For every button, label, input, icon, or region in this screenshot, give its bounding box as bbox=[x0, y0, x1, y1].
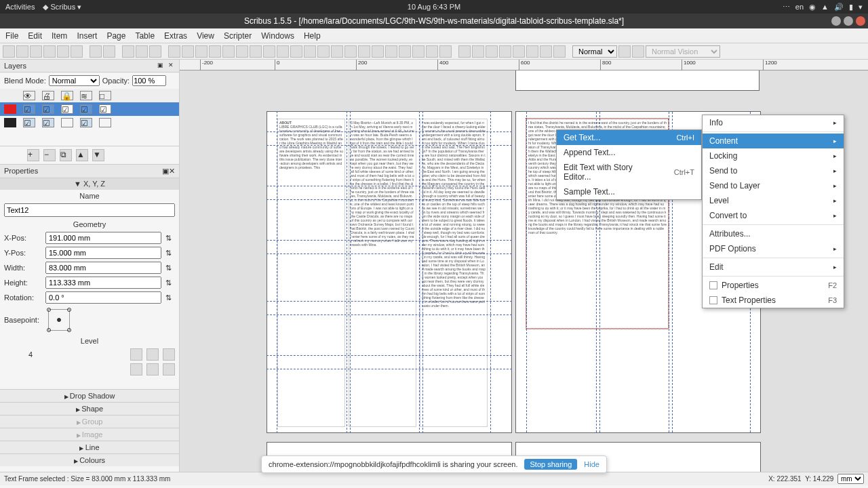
freehand-tool[interactable] bbox=[304, 45, 316, 58]
close-doc-button[interactable] bbox=[43, 45, 56, 58]
lang-indicator[interactable]: en bbox=[795, 3, 804, 12]
preview-button[interactable] bbox=[632, 45, 644, 58]
menu-file[interactable]: File bbox=[5, 31, 18, 41]
pdf-list-tool[interactable] bbox=[526, 45, 538, 58]
remove-layer-button[interactable]: − bbox=[43, 149, 56, 161]
network-icon[interactable]: ▲ bbox=[821, 3, 829, 12]
pdf-annot-tool[interactable] bbox=[540, 45, 552, 58]
story-editor-tool[interactable] bbox=[372, 45, 384, 58]
ctx-send-layer[interactable]: Send to Layer▸ bbox=[703, 178, 844, 193]
vision-mode-select[interactable]: Normal Vision bbox=[646, 45, 720, 58]
ctx-locking[interactable]: Locking▸ bbox=[703, 148, 844, 163]
level-down-button[interactable] bbox=[163, 348, 175, 361]
menu-extras[interactable]: Extras bbox=[164, 31, 187, 41]
level-bottom-button[interactable] bbox=[130, 363, 142, 375]
layers-shade-button[interactable]: ▣ bbox=[156, 62, 164, 70]
arc-tool[interactable] bbox=[250, 45, 262, 58]
ctx-pdf[interactable]: PDF Options▸ bbox=[703, 241, 844, 256]
ctx-get-text[interactable]: Get Text... Ctrl+I bbox=[557, 130, 701, 145]
layer-flow-check[interactable]: ☑ bbox=[80, 104, 92, 114]
level-top-button[interactable] bbox=[130, 348, 142, 361]
unit-select[interactable]: mm bbox=[837, 474, 864, 484]
bezier-tool[interactable] bbox=[290, 45, 302, 58]
ctx-send-to[interactable]: Send to▸ bbox=[703, 163, 844, 178]
preview-mode-select[interactable]: Normal bbox=[572, 45, 617, 58]
menu-page[interactable]: Page bbox=[106, 31, 125, 41]
new-button[interactable] bbox=[3, 45, 15, 58]
pdf-push-button[interactable] bbox=[458, 45, 471, 58]
layer2-lock-check[interactable] bbox=[61, 118, 73, 127]
close-button[interactable] bbox=[856, 16, 865, 26]
copy-props-tool[interactable] bbox=[426, 45, 438, 58]
minimize-button[interactable] bbox=[831, 16, 841, 26]
section-shape[interactable]: Shape bbox=[0, 402, 179, 415]
section-colours[interactable]: Colours bbox=[0, 453, 179, 466]
shape-tool[interactable] bbox=[236, 45, 248, 58]
layer-visible-check[interactable]: ☑ bbox=[23, 104, 35, 114]
blend-mode-select[interactable]: Normal bbox=[49, 75, 100, 86]
redo-button[interactable] bbox=[103, 45, 115, 58]
calligraphic-tool[interactable] bbox=[317, 45, 330, 58]
layer2-print-check[interactable]: ☑ bbox=[42, 118, 54, 127]
layer-print-check[interactable]: ☑ bbox=[42, 104, 54, 114]
table-tool[interactable] bbox=[222, 45, 235, 58]
layer-outline-check[interactable]: ☑ bbox=[99, 104, 111, 114]
ctx-properties[interactable]: PropertiesF2 bbox=[703, 278, 844, 293]
link-frames-tool[interactable] bbox=[385, 45, 397, 58]
ctx-level[interactable]: Level▸ bbox=[703, 193, 844, 208]
level-up-button[interactable] bbox=[146, 348, 159, 361]
pdf-check-tool[interactable] bbox=[499, 45, 511, 58]
measure-tool[interactable] bbox=[412, 45, 425, 58]
rotation-input[interactable] bbox=[45, 291, 161, 304]
layer-up-button[interactable]: ▲ bbox=[76, 149, 88, 161]
tray-menu-icon[interactable]: ⋯ bbox=[783, 3, 790, 12]
layer2-visible-check[interactable]: ☑ bbox=[23, 118, 35, 127]
stop-sharing-button[interactable]: Stop sharing bbox=[525, 459, 578, 470]
ctx-attributes[interactable]: Attributes... bbox=[703, 226, 844, 241]
layer2-flow-check[interactable]: ☑ bbox=[80, 118, 92, 127]
ctx-edit[interactable]: Edit▸ bbox=[703, 260, 844, 274]
name-input[interactable] bbox=[4, 203, 175, 217]
menu-windows[interactable]: Windows bbox=[261, 31, 294, 41]
menu-help[interactable]: Help bbox=[304, 31, 321, 41]
flip-h-button[interactable] bbox=[146, 363, 159, 375]
xpos-input[interactable] bbox=[45, 232, 161, 244]
a11y-icon[interactable]: ◉ bbox=[809, 3, 816, 12]
ctx-content[interactable]: Content▸ bbox=[703, 134, 844, 148]
menu-edit[interactable]: Edit bbox=[28, 31, 42, 41]
cut-button[interactable] bbox=[122, 45, 134, 58]
toggle-cms-button[interactable] bbox=[618, 45, 631, 58]
width-input[interactable] bbox=[45, 262, 161, 274]
rotate-tool[interactable] bbox=[331, 45, 343, 58]
text-frame-tool[interactable] bbox=[182, 45, 194, 58]
battery-icon[interactable]: ▮ bbox=[849, 3, 853, 12]
select-tool[interactable] bbox=[168, 45, 180, 58]
dup-layer-button[interactable]: ⧉ bbox=[60, 149, 72, 161]
image-frame-tool[interactable] bbox=[195, 45, 208, 58]
layer-down-button[interactable]: ▼ bbox=[92, 149, 104, 161]
menu-item[interactable]: Item bbox=[52, 31, 67, 41]
ctx-text-properties[interactable]: Text PropertiesF3 bbox=[703, 293, 844, 308]
height-input[interactable] bbox=[45, 277, 161, 289]
layer-color-swatch[interactable] bbox=[4, 104, 16, 114]
line-tool[interactable] bbox=[277, 45, 289, 58]
ctx-append-text[interactable]: Append Text... bbox=[557, 145, 701, 160]
render-frame-tool[interactable] bbox=[209, 45, 221, 58]
props-close-button[interactable]: ✕ bbox=[169, 167, 175, 176]
power-icon[interactable]: ▾ bbox=[859, 3, 863, 12]
save-button[interactable] bbox=[30, 45, 42, 58]
preflight-button[interactable] bbox=[71, 45, 83, 58]
app-menu[interactable]: ◆ Scribus ▾ bbox=[43, 3, 81, 12]
paste-button[interactable] bbox=[149, 45, 161, 58]
copy-button[interactable] bbox=[136, 45, 148, 58]
layer2-outline-check[interactable] bbox=[99, 118, 111, 127]
xyz-tab[interactable]: X, Y, Z bbox=[83, 180, 105, 188]
menu-view[interactable]: View bbox=[197, 31, 214, 41]
polygon-tool[interactable] bbox=[263, 45, 275, 58]
add-layer-button[interactable]: + bbox=[27, 149, 39, 161]
menu-insert[interactable]: Insert bbox=[77, 31, 97, 41]
ctx-info[interactable]: Info▸ bbox=[703, 115, 844, 130]
section-line[interactable]: Line bbox=[0, 441, 179, 453]
hide-sharing-button[interactable]: Hide bbox=[584, 460, 599, 468]
pdf-radio-tool[interactable] bbox=[472, 45, 484, 58]
